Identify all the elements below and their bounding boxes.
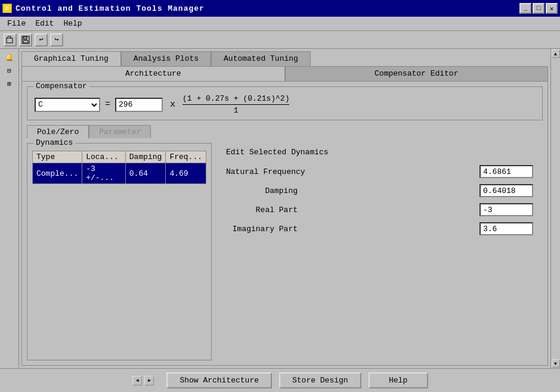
open-button[interactable]	[4, 33, 17, 46]
scroll-area: ▲ ▼	[550, 49, 560, 368]
compensator-group: Compensator C = x (1 + 0.27s + (0.21s)^2…	[27, 86, 543, 120]
real-part-row: Real Part	[226, 203, 533, 216]
damping-input[interactable]	[479, 184, 533, 197]
toolbar: ↩ ↪	[0, 31, 560, 49]
maximize-button[interactable]: □	[533, 3, 544, 14]
imaginary-part-input[interactable]	[479, 222, 533, 235]
col-damping: Damping	[125, 151, 166, 163]
tab-automated-tuning[interactable]: Automated Tuning	[211, 51, 311, 66]
cell-type: Comple...	[33, 163, 82, 184]
menu-help[interactable]: Help	[58, 18, 86, 29]
natural-frequency-input[interactable]	[479, 165, 533, 178]
tab-architecture[interactable]: Architecture	[21, 66, 285, 81]
natural-frequency-label: Natural Frequency	[226, 167, 305, 176]
damping-row: Damping	[226, 184, 533, 197]
sidebar: 🔔 ⊟ ⊞	[0, 49, 19, 368]
open-icon	[6, 36, 14, 44]
compensator-row: C = x (1 + 0.27s + (0.21s)^2) 1	[35, 94, 535, 115]
pz-tabs: Pole/Zero Parameter	[27, 125, 543, 138]
main-area: 🔔 ⊟ ⊞ Graphical Tuning Analysis Plots Au…	[0, 49, 560, 368]
dynamics-area: Dynamics Type Loca... Damping Freq...	[27, 143, 543, 360]
real-part-input[interactable]	[479, 203, 533, 216]
dynamics-table: Type Loca... Damping Freq... Comple... -…	[32, 151, 206, 184]
transfer-function: (1 + 0.27s + (0.21s)^2) 1	[182, 94, 289, 115]
show-architecture-button[interactable]: Show Architecture	[166, 372, 272, 388]
tabs-row1: Graphical Tuning Analysis Plots Automate…	[21, 51, 548, 66]
multiply-sign: x	[170, 99, 175, 110]
scroll-left-button[interactable]: ◄	[132, 376, 142, 385]
equals-sign: =	[105, 99, 110, 110]
edit-dynamics-group: Edit Selected Dynamics Natural Frequency…	[216, 143, 543, 360]
svg-rect-0	[7, 38, 13, 43]
save-icon	[21, 36, 30, 44]
title-buttons: _ □ ✕	[519, 3, 558, 14]
cell-freq: 4.69	[166, 163, 206, 184]
numerator: (1 + 0.27s + (0.21s)^2)	[182, 94, 289, 105]
real-part-label: Real Part	[226, 206, 298, 214]
edit-dynamics-title: Edit Selected Dynamics	[226, 148, 533, 157]
minimize-button[interactable]: _	[519, 3, 531, 14]
bottom-bar: ◄ ► Show Architecture Store Design Help	[0, 368, 560, 392]
cell-location: -3 +/-...	[82, 163, 126, 184]
col-location: Loca...	[82, 151, 126, 163]
tab-graphical-tuning[interactable]: Graphical Tuning	[21, 51, 121, 66]
store-design-button[interactable]: Store Design	[279, 372, 361, 388]
scroll-up-button[interactable]: ▲	[552, 49, 560, 58]
tab-pole-zero[interactable]: Pole/Zero	[27, 125, 89, 138]
damping-label: Damping	[226, 186, 298, 195]
scroll-down-button[interactable]: ▼	[552, 359, 560, 368]
scroll-right-button[interactable]: ►	[144, 376, 154, 385]
tab-analysis-plots[interactable]: Analysis Plots	[121, 51, 211, 66]
speaker-icon: 🔔	[4, 51, 16, 63]
app-icon: ⚙	[2, 4, 12, 13]
col-freq: Freq...	[166, 151, 206, 163]
natural-frequency-row: Natural Frequency	[226, 165, 533, 178]
tree-item-icon[interactable]: ⊞	[4, 77, 16, 89]
content-area: Graphical Tuning Analysis Plots Automate…	[19, 49, 550, 368]
menu-edit[interactable]: Edit	[30, 18, 58, 29]
dynamics-group: Dynamics Type Loca... Damping Freq...	[27, 143, 212, 360]
save-button[interactable]	[19, 33, 32, 46]
compensator-label: Compensator	[33, 82, 89, 91]
menu-file[interactable]: File	[2, 18, 30, 29]
svg-rect-3	[23, 41, 28, 43]
svg-rect-2	[23, 36, 27, 39]
title-bar: ⚙ Control and Estimation Tools Manager _…	[0, 0, 560, 17]
compensator-selector[interactable]: C	[35, 98, 100, 112]
compensator-value[interactable]	[115, 98, 163, 112]
close-button[interactable]: ✕	[546, 3, 558, 14]
dynamics-label: Dynamics	[33, 138, 75, 147]
table-row[interactable]: Comple... -3 +/-... 0.64 4.69	[33, 163, 206, 184]
tree-expand-icon[interactable]: ⊟	[4, 64, 16, 76]
col-type: Type	[33, 151, 82, 163]
help-button[interactable]: Help	[369, 372, 428, 388]
imaginary-part-label: Imaginary Part	[226, 225, 298, 234]
denominator: 1	[234, 106, 239, 115]
redo-button[interactable]: ↪	[50, 33, 63, 46]
undo-button[interactable]: ↩	[35, 33, 48, 46]
window-title: Control and Estimation Tools Manager	[16, 4, 205, 13]
tabs-row2: Architecture Compensator Editor	[21, 66, 548, 81]
cell-damping: 0.64	[125, 163, 166, 184]
tab-compensator-editor[interactable]: Compensator Editor	[285, 66, 549, 81]
tab-parameter[interactable]: Parameter	[89, 125, 151, 138]
menu-bar: File Edit Help	[0, 17, 560, 31]
imaginary-part-row: Imaginary Part	[226, 222, 533, 235]
main-panel: Compensator C = x (1 + 0.27s + (0.21s)^2…	[21, 81, 548, 366]
